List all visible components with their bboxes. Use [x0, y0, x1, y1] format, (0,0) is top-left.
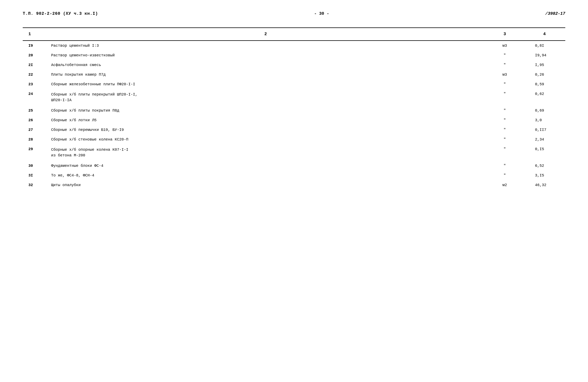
- row-desc: Щиты опалубки: [45, 180, 486, 190]
- row-qty: 0,69: [524, 106, 565, 115]
- row-qty: 0,59: [524, 79, 565, 89]
- row-qty: 0,I5: [524, 144, 565, 161]
- row-unit: ": [486, 106, 524, 115]
- row-unit: ": [486, 115, 524, 125]
- row-desc: Сборные х/б опорные колена К07-I-Iиз бет…: [45, 144, 486, 161]
- row-desc: Фундаментные блоки ФС-4: [45, 161, 486, 171]
- row-qty: 0,62: [524, 89, 565, 106]
- col-header-4: 4: [524, 28, 565, 41]
- table-header: 1 2 3 4: [23, 28, 565, 41]
- row-qty: 46,32: [524, 180, 565, 190]
- row-qty: 6,52: [524, 161, 565, 171]
- row-unit: ": [486, 60, 524, 70]
- row-unit: м3: [486, 70, 524, 79]
- row-desc: Сборные х/б перемычки Б19, БУ-I9: [45, 125, 486, 135]
- table-row: 29Сборные х/б опорные колена К07-I-Iиз б…: [23, 144, 565, 161]
- header-left: Т.П. 902-2-260 (ХУ ч.3 кн.I): [23, 11, 98, 16]
- row-qty: I,95: [524, 60, 565, 70]
- table-row: 3IТо же, ФС4-8, ФСН-4"3,I5: [23, 171, 565, 180]
- row-desc: Сборные х/б плиты перекрытий ШП20-I-I,ШП…: [45, 89, 486, 106]
- table-row: 27Сборные х/б перемычки Б19, БУ-I9"0,II7: [23, 125, 565, 135]
- header-row: 1 2 3 4: [23, 28, 565, 41]
- row-num: 28: [23, 135, 45, 144]
- row-num: 24: [23, 89, 45, 106]
- row-desc: Раствор цементно-известковый: [45, 51, 486, 60]
- table-row: I9Раствор цементный I:3м30,8I: [23, 41, 565, 51]
- row-unit: ": [486, 125, 524, 135]
- row-unit: ": [486, 144, 524, 161]
- row-unit: ": [486, 89, 524, 106]
- row-num: 2I: [23, 60, 45, 70]
- row-unit: ": [486, 161, 524, 171]
- table-row: 20Раствор цементно-известковый"I9,94: [23, 51, 565, 60]
- row-num: 32: [23, 180, 45, 190]
- col-header-1: 1: [23, 28, 45, 41]
- header-center: - 30 -: [314, 11, 329, 16]
- row-num: 3I: [23, 171, 45, 180]
- row-qty: 0,II7: [524, 125, 565, 135]
- row-desc: То же, ФС4-8, ФСН-4: [45, 171, 486, 180]
- header-right: /3982-17: [545, 11, 565, 16]
- table-row: 26Сборные х/б лотки Л5"3,0: [23, 115, 565, 125]
- table-body: I9Раствор цементный I:3м30,8I20Раствор ц…: [23, 41, 565, 190]
- row-unit: м2: [486, 180, 524, 190]
- row-desc: Сборные х/б лотки Л5: [45, 115, 486, 125]
- row-desc: Асфальтобетонная смесь: [45, 60, 486, 70]
- row-qty: 0,8I: [524, 41, 565, 51]
- row-qty: 2,34: [524, 135, 565, 144]
- table-row: 23Сборные железобетонные плиты ПФ20-I-I"…: [23, 79, 565, 89]
- row-num: 29: [23, 144, 45, 161]
- col-header-3: 3: [486, 28, 524, 41]
- row-num: 26: [23, 115, 45, 125]
- table-row: 28Сборные х/б стеновые колена КС20-П"2,3…: [23, 135, 565, 144]
- row-num: 22: [23, 70, 45, 79]
- row-num: 25: [23, 106, 45, 115]
- row-num: I9: [23, 41, 45, 51]
- row-qty: 3,I5: [524, 171, 565, 180]
- table-row: 2IАсфальтобетонная смесь"I,95: [23, 60, 565, 70]
- row-qty: 0,26: [524, 70, 565, 79]
- row-unit: ": [486, 171, 524, 180]
- table-row: 22Плиты покрытия камер П7дм30,26: [23, 70, 565, 79]
- table-row: 24Сборные х/б плиты перекрытий ШП20-I-I,…: [23, 89, 565, 106]
- main-table: 1 2 3 4 I9Раствор цементный I:3м30,8I20Р…: [23, 27, 565, 190]
- row-desc: Плиты покрытия камер П7д: [45, 70, 486, 79]
- table-container: 1 2 3 4 I9Раствор цементный I:3м30,8I20Р…: [23, 27, 565, 190]
- row-desc: Сборные х/б плиты покрытия П8д: [45, 106, 486, 115]
- row-unit: м3: [486, 41, 524, 51]
- row-desc: Сборные х/б стеновые колена КС20-П: [45, 135, 486, 144]
- row-unit: ": [486, 79, 524, 89]
- row-qty: I9,94: [524, 51, 565, 60]
- page-header: Т.П. 902-2-260 (ХУ ч.3 кн.I) - 30 - /398…: [23, 11, 565, 16]
- row-unit: ": [486, 51, 524, 60]
- row-num: 20: [23, 51, 45, 60]
- table-row: 25Сборные х/б плиты покрытия П8д"0,69: [23, 106, 565, 115]
- row-desc: Раствор цементный I:3: [45, 41, 486, 51]
- table-row: 32Щиты опалубким246,32: [23, 180, 565, 190]
- row-num: 27: [23, 125, 45, 135]
- table-row: 30Фундаментные блоки ФС-4"6,52: [23, 161, 565, 171]
- row-num: 23: [23, 79, 45, 89]
- row-desc: Сборные железобетонные плиты ПФ20-I-I: [45, 79, 486, 89]
- row-num: 30: [23, 161, 45, 171]
- col-header-2: 2: [45, 28, 486, 41]
- row-qty: 3,0: [524, 115, 565, 125]
- row-unit: ": [486, 135, 524, 144]
